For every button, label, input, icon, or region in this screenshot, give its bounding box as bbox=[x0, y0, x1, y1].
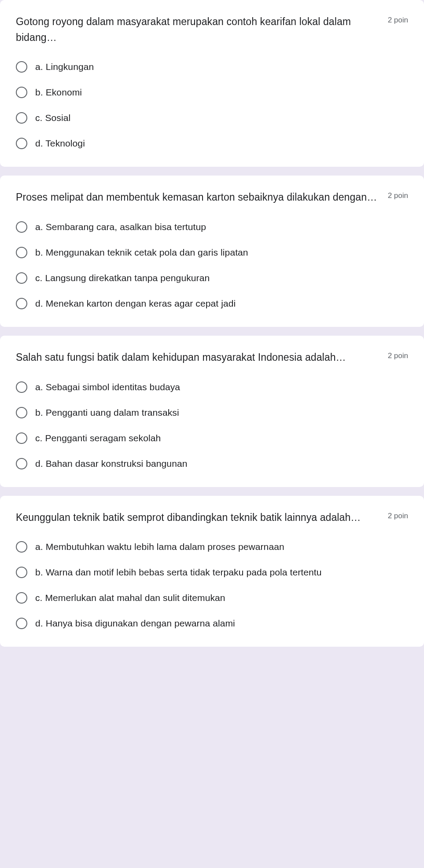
option-a[interactable]: a. Sembarang cara, asalkan bisa tertutup bbox=[16, 221, 408, 233]
option-b[interactable]: b. Menggunakan teknik cetak pola dan gar… bbox=[16, 247, 408, 258]
option-b[interactable]: b. Pengganti uang dalam transaksi bbox=[16, 407, 408, 418]
option-b[interactable]: b. Warna dan motif lebih bebas serta tid… bbox=[16, 567, 408, 578]
radio-icon bbox=[16, 138, 27, 149]
radio-icon bbox=[16, 247, 27, 258]
question-card: Salah satu fungsi batik dalam kehidupan … bbox=[0, 336, 424, 487]
option-d[interactable]: d. Teknologi bbox=[16, 138, 408, 149]
option-c[interactable]: c. Langsung direkatkan tanpa pengukuran bbox=[16, 272, 408, 284]
option-a[interactable]: a. Membutuhkan waktu lebih lama dalam pr… bbox=[16, 541, 408, 553]
question-header: Keunggulan teknik batik semprot dibandin… bbox=[16, 510, 408, 526]
question-points: 2 poin bbox=[388, 350, 408, 360]
radio-icon bbox=[16, 221, 27, 233]
options-group: a. Lingkungan b. Ekonomi c. Sosial d. Te… bbox=[16, 61, 408, 149]
option-label: d. Menekan karton dengan keras agar cepa… bbox=[35, 298, 236, 309]
option-label: c. Langsung direkatkan tanpa pengukuran bbox=[35, 273, 210, 283]
option-label: a. Sembarang cara, asalkan bisa tertutup bbox=[35, 222, 206, 232]
radio-icon bbox=[16, 407, 27, 418]
question-card: Proses melipat dan membentuk kemasan kar… bbox=[0, 176, 424, 327]
question-card: Keunggulan teknik batik semprot dibandin… bbox=[0, 496, 424, 647]
option-label: d. Teknologi bbox=[35, 138, 85, 149]
radio-icon bbox=[16, 567, 27, 578]
option-label: d. Bahan dasar konstruksi bangunan bbox=[35, 458, 187, 469]
option-label: b. Ekonomi bbox=[35, 87, 82, 98]
option-label: a. Sebagai simbol identitas budaya bbox=[35, 382, 180, 392]
radio-icon bbox=[16, 61, 27, 73]
option-c[interactable]: c. Memerlukan alat mahal dan sulit ditem… bbox=[16, 592, 408, 604]
option-label: c. Memerlukan alat mahal dan sulit ditem… bbox=[35, 593, 225, 603]
options-group: a. Membutuhkan waktu lebih lama dalam pr… bbox=[16, 541, 408, 629]
option-label: a. Membutuhkan waktu lebih lama dalam pr… bbox=[35, 542, 284, 552]
option-b[interactable]: b. Ekonomi bbox=[16, 87, 408, 98]
option-label: b. Menggunakan teknik cetak pola dan gar… bbox=[35, 247, 248, 258]
radio-icon bbox=[16, 458, 27, 469]
radio-icon bbox=[16, 541, 27, 553]
radio-icon bbox=[16, 272, 27, 284]
option-c[interactable]: c. Pengganti seragam sekolah bbox=[16, 432, 408, 444]
option-c[interactable]: c. Sosial bbox=[16, 112, 408, 124]
question-header: Salah satu fungsi batik dalam kehidupan … bbox=[16, 350, 408, 366]
option-d[interactable]: d. Menekan karton dengan keras agar cepa… bbox=[16, 298, 408, 309]
option-label: b. Warna dan motif lebih bebas serta tid… bbox=[35, 567, 322, 578]
question-card: Gotong royong dalam masyarakat merupakan… bbox=[0, 0, 424, 167]
option-label: c. Pengganti seragam sekolah bbox=[35, 433, 161, 443]
option-label: d. Hanya bisa digunakan dengan pewarna a… bbox=[35, 618, 235, 629]
option-a[interactable]: a. Sebagai simbol identitas budaya bbox=[16, 381, 408, 393]
option-d[interactable]: d. Hanya bisa digunakan dengan pewarna a… bbox=[16, 618, 408, 629]
question-header: Proses melipat dan membentuk kemasan kar… bbox=[16, 190, 408, 205]
options-group: a. Sembarang cara, asalkan bisa tertutup… bbox=[16, 221, 408, 309]
option-label: b. Pengganti uang dalam transaksi bbox=[35, 407, 179, 418]
question-points: 2 poin bbox=[388, 510, 408, 520]
radio-icon bbox=[16, 381, 27, 393]
radio-icon bbox=[16, 432, 27, 444]
radio-icon bbox=[16, 87, 27, 98]
question-header: Gotong royong dalam masyarakat merupakan… bbox=[16, 14, 408, 45]
question-points: 2 poin bbox=[388, 190, 408, 200]
option-label: c. Sosial bbox=[35, 113, 70, 123]
option-label: a. Lingkungan bbox=[35, 62, 94, 72]
options-group: a. Sebagai simbol identitas budaya b. Pe… bbox=[16, 381, 408, 469]
question-text: Salah satu fungsi batik dalam kehidupan … bbox=[16, 350, 379, 366]
option-a[interactable]: a. Lingkungan bbox=[16, 61, 408, 73]
radio-icon bbox=[16, 592, 27, 604]
radio-icon bbox=[16, 112, 27, 124]
question-points: 2 poin bbox=[388, 14, 408, 25]
option-d[interactable]: d. Bahan dasar konstruksi bangunan bbox=[16, 458, 408, 469]
question-text: Proses melipat dan membentuk kemasan kar… bbox=[16, 190, 379, 205]
radio-icon bbox=[16, 298, 27, 309]
radio-icon bbox=[16, 618, 27, 629]
question-text: Gotong royong dalam masyarakat merupakan… bbox=[16, 14, 379, 45]
question-text: Keunggulan teknik batik semprot dibandin… bbox=[16, 510, 379, 526]
